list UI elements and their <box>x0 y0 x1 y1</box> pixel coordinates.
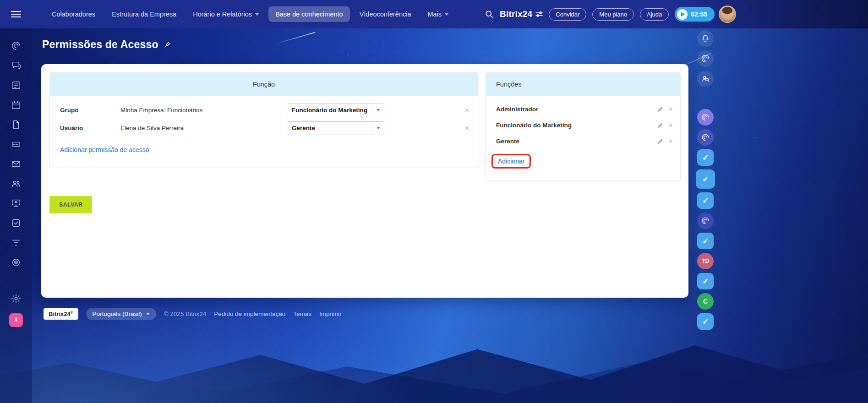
page-header: Permissões de Acesso <box>42 38 171 51</box>
pin-icon[interactable] <box>164 41 171 49</box>
nav-colaboradores[interactable]: Colaboradores <box>45 6 102 22</box>
page-title: Permissões de Acesso <box>42 38 158 51</box>
widget-spiral-indigo-icon[interactable] <box>697 129 714 146</box>
chevron-down-icon <box>372 104 384 117</box>
widget-c-badge[interactable]: C <box>697 293 714 310</box>
top-bar-right-cluster: Bitrix24 Convidar Meu plano Ajuda 02:55 <box>485 0 736 28</box>
nav-mais[interactable]: Mais <box>421 6 456 22</box>
role-name: Administrador <box>496 106 538 113</box>
notifications-bell-icon[interactable] <box>697 30 714 47</box>
workgroups-icon[interactable] <box>11 198 22 209</box>
chats-icon[interactable] <box>11 60 22 71</box>
footer-link-implementation[interactable]: Pedido de implementação <box>214 310 285 317</box>
footer-link-print[interactable]: Imprimir <box>319 310 342 317</box>
role-name: Funcionário do Marketing <box>496 122 572 129</box>
edit-role-icon[interactable] <box>657 122 663 128</box>
top-navigation: Colaboradores Estrutura da Empresa Horár… <box>45 6 455 22</box>
role-item-administrador: Administrador × <box>486 101 680 117</box>
edit-role-icon[interactable] <box>657 138 663 144</box>
bitrix24-app: Colaboradores Estrutura da Empresa Horár… <box>0 0 868 403</box>
search-icon[interactable] <box>485 10 494 19</box>
delete-role-icon[interactable]: × <box>668 105 673 113</box>
nav-estrutura-da-empresa[interactable]: Estrutura da Empresa <box>105 6 183 22</box>
support-spiral-icon[interactable] <box>697 50 714 67</box>
registered-mark: ® <box>71 310 73 315</box>
widget-spiral-purple-icon[interactable] <box>697 109 714 125</box>
chevron-down-icon <box>255 13 259 16</box>
bitrix24-logo[interactable]: Bitrix24 <box>500 9 543 19</box>
user-avatar[interactable] <box>719 5 736 23</box>
permission-row-grupo: Grupo Minha Empresa: Funcionários Funcio… <box>50 101 478 119</box>
tasks-icon[interactable] <box>11 218 22 229</box>
nav-horario-e-relatorios[interactable]: Horário e Relatórios <box>186 6 266 22</box>
select-value: Gerente <box>287 125 372 131</box>
edit-role-icon[interactable] <box>657 106 663 112</box>
settings-gear-icon[interactable] <box>11 293 22 304</box>
chevron-down-icon <box>146 313 150 315</box>
calendar-icon[interactable] <box>11 99 22 110</box>
row-label: Grupo <box>60 107 120 114</box>
my-plan-button[interactable]: Meu plano <box>592 8 634 21</box>
top-bar: Colaboradores Estrutura da Empresa Horár… <box>0 0 868 28</box>
remove-permission-icon[interactable]: × <box>464 106 469 114</box>
delete-role-icon[interactable]: × <box>668 121 673 129</box>
nav-label: Horário e Relatórios <box>193 11 252 18</box>
add-access-permission-link[interactable]: Adicionar permissão de acesso <box>60 146 149 153</box>
role-select-usuario[interactable]: Gerente <box>287 121 384 135</box>
drive-icon[interactable] <box>11 139 22 150</box>
row-label: Usuário <box>60 125 120 131</box>
widget-spiral-deep-icon[interactable] <box>697 212 714 229</box>
footer-brand-text: Bitrix24 <box>49 310 71 317</box>
role-item-funcionario-marketing: Funcionário do Marketing × <box>486 117 680 133</box>
widget-check-icon[interactable]: ✓ <box>697 313 714 330</box>
marketing-target-icon[interactable] <box>11 257 22 268</box>
funcoes-panel: Funções Administrador × Funcionário do M… <box>486 72 681 181</box>
widget-check-icon[interactable]: ✓ <box>697 233 714 249</box>
timer-value: 02:55 <box>691 11 707 18</box>
hamburger-menu-icon[interactable] <box>0 11 32 18</box>
select-value: Funcionário do Marketing <box>287 107 372 114</box>
nav-base-de-conhecimento[interactable]: Base de conhecimento <box>268 6 350 22</box>
language-selector[interactable]: Português (Brasil) <box>86 308 156 320</box>
row-value: Elena de Silva Perreira <box>120 125 287 131</box>
widget-check-icon[interactable]: ✓ <box>697 192 714 209</box>
nav-videoconferencia[interactable]: Vídeoconferência <box>353 6 418 22</box>
role-name: Gerente <box>496 138 519 145</box>
remove-permission-icon[interactable]: × <box>464 124 469 132</box>
add-role-link[interactable]: Adicionar <box>498 158 524 165</box>
help-button[interactable]: Ajuda <box>640 8 669 21</box>
chevron-down-icon <box>445 13 448 16</box>
documents-icon[interactable] <box>11 119 22 130</box>
language-label: Português (Brasil) <box>93 310 142 317</box>
left-sidebar <box>0 28 32 403</box>
right-widget-rail: ✓ ✓ ✓ ✓ TD ✓ C ✓ <box>696 30 715 330</box>
funcoes-panel-header: Funções <box>486 73 680 96</box>
role-select-grupo[interactable]: Funcionário do Marketing <box>287 103 384 117</box>
widget-check-icon[interactable]: ✓ <box>697 149 714 166</box>
chevron-down-icon <box>372 122 384 135</box>
footer-bitrix-badge[interactable]: Bitrix24® <box>44 308 78 320</box>
mail-icon[interactable] <box>11 158 22 169</box>
widget-td-badge[interactable]: TD <box>697 253 714 269</box>
invite-button[interactable]: Convidar <box>549 8 586 21</box>
brand-text: Bitrix24 <box>500 9 532 19</box>
role-item-gerente: Gerente × <box>486 133 680 149</box>
messenger-spiral-icon[interactable] <box>11 40 22 51</box>
timer-button[interactable]: 02:55 <box>675 7 715 22</box>
crm-funnel-icon[interactable] <box>11 237 22 248</box>
mountain-silhouettes <box>0 307 868 403</box>
footer: Bitrix24® Português (Brasil) © 2025 Bitr… <box>44 308 342 320</box>
play-icon <box>677 9 688 20</box>
widget-check-icon[interactable]: ✓ <box>697 273 714 289</box>
newsfeed-icon[interactable] <box>11 80 22 91</box>
market-rocket-icon[interactable] <box>9 313 23 327</box>
employees-icon[interactable] <box>11 178 22 189</box>
footer-link-themes[interactable]: Temas <box>293 310 311 317</box>
employee-search-icon[interactable] <box>697 71 714 87</box>
save-button[interactable]: SALVAR <box>49 196 92 213</box>
sliders-icon <box>535 11 543 17</box>
nav-label: Mais <box>428 11 442 18</box>
widget-check-icon[interactable]: ✓ <box>696 169 715 189</box>
permission-row-usuario: Usuário Elena de Silva Perreira Gerente … <box>50 119 478 137</box>
delete-role-icon[interactable]: × <box>668 137 673 145</box>
